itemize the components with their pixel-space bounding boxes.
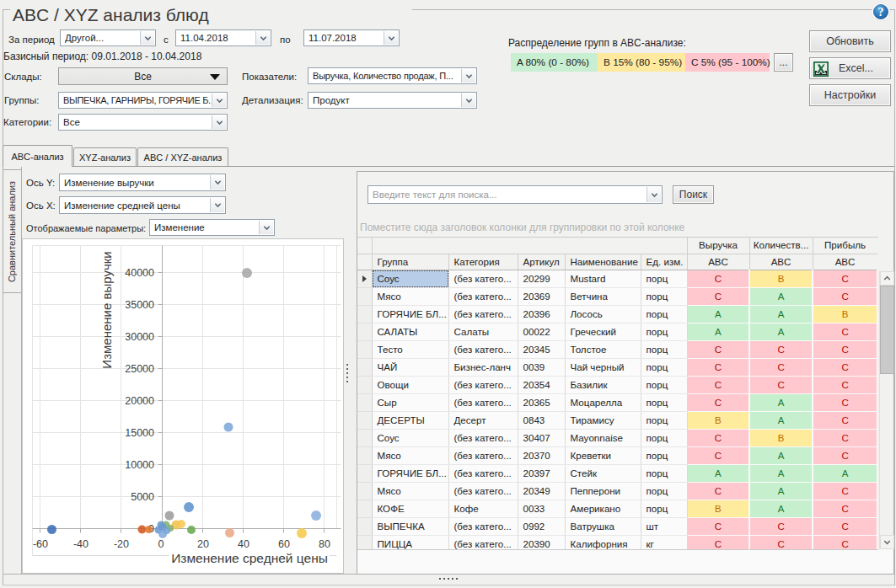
svg-text:20: 20 [197,538,209,550]
svg-text:80: 80 [319,538,330,550]
svg-text:40000: 40000 [125,267,154,279]
svg-text:Изменение средней цены: Изменение средней цены [171,551,328,565]
svg-text:5000: 5000 [131,491,154,503]
svg-text:-40: -40 [73,538,89,550]
svg-text:40: 40 [238,538,249,550]
svg-text:15000: 15000 [125,427,154,439]
svg-text:25000: 25000 [125,363,154,375]
svg-text:0: 0 [158,538,164,550]
svg-text:35000: 35000 [125,299,154,311]
svg-text:?: ? [878,6,884,19]
svg-text:10000: 10000 [125,459,154,471]
svg-text:60: 60 [278,538,290,550]
svg-text:Изменение выручки: Изменение выручки [99,251,114,368]
svg-text:20000: 20000 [125,395,154,407]
svg-text:-20: -20 [114,538,129,550]
svg-text:30000: 30000 [125,331,154,343]
svg-text:-60: -60 [33,538,48,550]
